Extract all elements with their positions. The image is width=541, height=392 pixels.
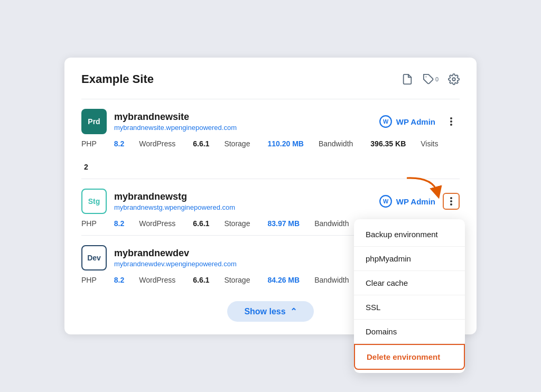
wp-admin-stg[interactable]: W WP Admin bbox=[379, 194, 435, 208]
env-name-block-dev: mybrandnewdev mybrandnewdev.wpenginepowe… bbox=[114, 248, 237, 268]
env-url-dev[interactable]: mybrandnewdev.wpenginepowered.com bbox=[114, 260, 237, 268]
environment-row-stg: Stg mybrandnewstg mybrandnewstg.wpengine… bbox=[81, 179, 460, 235]
wp-label-dev: WordPress bbox=[139, 276, 175, 284]
svg-point-1 bbox=[452, 78, 455, 81]
env-url-stg[interactable]: mybrandnewstg.wpenginepowered.com bbox=[114, 203, 235, 211]
storage-label-prd: Storage bbox=[224, 139, 250, 148]
page-title: Example Site bbox=[81, 72, 154, 86]
env-top-stg: Stg mybrandnewstg mybrandnewstg.wpengine… bbox=[81, 189, 460, 214]
php-label-dev: PHP bbox=[81, 276, 97, 284]
menu-delete-environment[interactable]: Delete environment bbox=[354, 344, 465, 370]
svg-text:W: W bbox=[383, 118, 389, 125]
doc-icon[interactable] bbox=[402, 73, 413, 85]
env-url-prd[interactable]: mybrandnewsite.wpenginepowered.com bbox=[114, 124, 237, 132]
php-label-prd: PHP bbox=[81, 139, 97, 148]
env-left-stg: Stg mybrandnewstg mybrandnewstg.wpengine… bbox=[81, 189, 235, 214]
bandwidth-label-prd: Bandwidth bbox=[319, 139, 353, 148]
bandwidth-label-stg: Bandwidth bbox=[314, 219, 349, 228]
card-header: Example Site 0 bbox=[81, 72, 460, 86]
more-menu-stg[interactable] bbox=[443, 193, 460, 210]
php-value-stg: 8.2 bbox=[114, 219, 124, 228]
env-right-stg: W WP Admin Backup environment phpMyadmin… bbox=[379, 193, 460, 210]
header-icons: 0 bbox=[402, 73, 460, 85]
show-less-label: Show less bbox=[244, 307, 285, 316]
env-top-prd: Prd mybrandnewsite mybrandnewsite.wpengi… bbox=[81, 109, 460, 134]
wp-label-stg: WordPress bbox=[139, 219, 175, 228]
env-stats-prd: PHP 8.2 WordPress 6.6.1 Storage 110.20 M… bbox=[81, 139, 460, 171]
storage-label-stg: Storage bbox=[224, 219, 250, 228]
env-left-prd: Prd mybrandnewsite mybrandnewsite.wpengi… bbox=[81, 109, 237, 134]
php-label-stg: PHP bbox=[81, 219, 97, 228]
tag-count: 0 bbox=[435, 76, 439, 82]
badge-dev: Dev bbox=[81, 245, 107, 270]
bandwidth-value-prd: 396.35 KB bbox=[370, 139, 406, 148]
context-menu-dropdown: Backup environment phpMyadmin Clear cach… bbox=[354, 219, 465, 373]
wp-label-prd: WordPress bbox=[139, 139, 175, 148]
php-value-prd: 8.2 bbox=[114, 139, 124, 148]
menu-clear-cache[interactable]: Clear cache bbox=[354, 271, 465, 295]
env-name-dev: mybrandnewdev bbox=[114, 248, 237, 259]
storage-value-prd: 110.20 MB bbox=[267, 139, 303, 148]
badge-prd: Prd bbox=[81, 109, 107, 134]
menu-phpmyadmin[interactable]: phpMyadmin bbox=[354, 247, 465, 271]
wp-admin-prd[interactable]: W WP Admin bbox=[379, 115, 435, 128]
menu-domains[interactable]: Domains bbox=[354, 320, 465, 344]
storage-value-dev: 84.26 MB bbox=[267, 276, 300, 284]
more-menu-prd[interactable] bbox=[443, 113, 460, 130]
wp-value-stg: 6.6.1 bbox=[193, 219, 209, 228]
show-less-button[interactable]: Show less ⌃ bbox=[227, 301, 313, 322]
env-name-stg: mybrandnewstg bbox=[114, 191, 235, 202]
menu-ssl[interactable]: SSL bbox=[354, 295, 465, 320]
bandwidth-label-dev: Bandwidth bbox=[314, 276, 349, 284]
environment-row-prd: Prd mybrandnewsite mybrandnewsite.wpengi… bbox=[81, 99, 460, 179]
chevron-up-icon: ⌃ bbox=[290, 306, 297, 316]
storage-value-stg: 83.97 MB bbox=[267, 219, 300, 228]
php-value-dev: 8.2 bbox=[114, 276, 124, 284]
visits-label-prd: Visits bbox=[421, 139, 438, 148]
menu-backup[interactable]: Backup environment bbox=[354, 222, 465, 247]
env-right-prd: W WP Admin bbox=[379, 113, 460, 130]
tag-icon[interactable]: 0 bbox=[423, 73, 439, 85]
env-name-prd: mybrandnewsite bbox=[114, 111, 237, 123]
svg-text:W: W bbox=[383, 198, 389, 204]
storage-label-dev: Storage bbox=[224, 276, 250, 284]
env-left-dev: Dev mybrandnewdev mybrandnewdev.wpengine… bbox=[81, 245, 237, 270]
env-name-block-prd: mybrandnewsite mybrandnewsite.wpenginepo… bbox=[114, 111, 237, 132]
wp-value-prd: 6.6.1 bbox=[193, 139, 209, 148]
visits-value-prd: 2 bbox=[84, 163, 88, 171]
settings-icon[interactable] bbox=[448, 73, 460, 85]
env-name-block-stg: mybrandnewstg mybrandnewstg.wpenginepowe… bbox=[114, 191, 235, 212]
badge-stg: Stg bbox=[81, 189, 107, 214]
main-card: Example Site 0 Prd mybrandnewsite bbox=[64, 58, 477, 334]
wp-value-dev: 6.6.1 bbox=[193, 276, 209, 284]
